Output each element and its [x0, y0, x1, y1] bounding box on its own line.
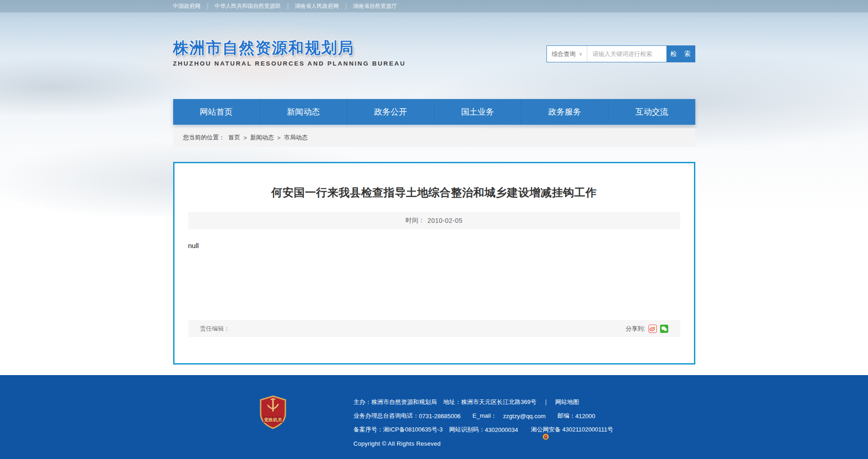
share-wechat-icon[interactable] [660, 325, 668, 333]
footer-line-icp: 备案序号： 湘ICP备08100635号-3 网站识别码： 4302000034… [354, 423, 613, 437]
breadcrumb-home[interactable]: 首页 [229, 133, 240, 142]
page: 中国政府网 中华人民共和国自然资源部 湖南省人民政府网 湖南省自然资源厅 株洲市… [0, 0, 868, 459]
nav-item-land-business[interactable]: 国土业务 [434, 99, 521, 125]
search-category-value: 综合查询 [552, 50, 576, 58]
zip-label: 邮编： [557, 412, 575, 420]
search-category-select[interactable]: 综合查询 ∨ [547, 46, 587, 62]
nav-item-news[interactable]: 新闻动态 [260, 99, 347, 125]
breadcrumb-separator: > [277, 134, 281, 141]
footer-line-contact: 业务办理总台咨询电话： 0731-28685006 E_mail： zzgtzy… [354, 409, 613, 423]
topbar: 中国政府网 中华人民共和国自然资源部 湖南省人民政府网 湖南省自然资源厅 [0, 0, 868, 12]
article-date: 2010-02-05 [427, 217, 463, 224]
breadcrumb-strip: 您当前的位置： 首页 > 新闻动态 > 市局动态 [173, 128, 695, 147]
topbar-link-china-gov[interactable]: 中国政府网 [173, 3, 207, 9]
share-row: 分享到: [626, 325, 668, 333]
nav-item-disclosure[interactable]: 政务公开 [347, 99, 434, 125]
search-input[interactable] [587, 46, 666, 62]
icp-label: 备案序号： [354, 426, 383, 434]
footer-line-host: 主办： 株洲市自然资源和规划局 地址： 株洲市天元区长江北路369号 ｜ 网站地… [354, 395, 613, 409]
article-editor-bar: 责任编辑： 分享到: [188, 320, 680, 337]
phone-value: 0731-28685006 [419, 413, 461, 420]
topbar-link-hunan-dnr[interactable]: 湖南省自然资源厅 [346, 3, 404, 9]
article-date-bar: 时间： 2010-02-05 [188, 212, 680, 229]
breadcrumb-news[interactable]: 新闻动态 [250, 133, 274, 142]
search-bar: 综合查询 ∨ 检 索 [546, 45, 695, 62]
footer: 党政机关 主办： 株洲市自然资源和规划局 地址： 株洲市天元区长江北路369号 … [0, 375, 868, 459]
email-label: E_mail： [473, 412, 497, 420]
breadcrumb-separator: > [244, 134, 247, 141]
badge-label: 党政机关 [264, 417, 282, 422]
address-label: 地址： [443, 398, 461, 406]
host-value: 株洲市自然资源和规划局 [371, 398, 437, 406]
breadcrumb: 您当前的位置： 首页 > 新闻动态 > 市局动态 [173, 128, 695, 147]
site-header: 株洲市自然资源和规划局 ZHUZHOU NATURAL RESOURCES AN… [173, 12, 695, 67]
share-label: 分享到: [626, 325, 645, 333]
site-title: 株洲市自然资源和规划局 [173, 38, 406, 57]
party-gov-badge[interactable]: 党政机关 [259, 395, 287, 429]
police-record-link[interactable]: 湘公网安备 43021102000111号 [531, 426, 613, 434]
phone-label: 业务办理总台咨询电话： [354, 412, 419, 420]
footer-divider: ｜ [543, 398, 549, 406]
article-date-label: 时间： [405, 216, 425, 225]
footer-copyright: Copyright © All Rights Reseved [354, 437, 613, 450]
sitemap-link[interactable]: 网站地图 [555, 398, 579, 406]
topbar-link-hunan-gov[interactable]: 湖南省人民政府网 [288, 3, 346, 9]
nav-item-home[interactable]: 网站首页 [173, 99, 260, 125]
chevron-down-icon: ∨ [579, 51, 582, 57]
article-title: 何安国一行来我县检查指导土地综合整治和城乡建设增减挂钩工作 [175, 185, 694, 200]
address-value: 株洲市天元区长江北路369号 [461, 398, 537, 406]
site-brand: 株洲市自然资源和规划局 ZHUZHOU NATURAL RESOURCES AN… [173, 38, 406, 67]
email-value: zzgtzy@qq.com [503, 413, 546, 420]
main-nav: 网站首页 新闻动态 政务公开 国土业务 政务服务 互动交流 [173, 99, 695, 125]
site-id-value: 4302000034 [485, 426, 518, 433]
site-id-label: 网站识别码： [449, 426, 485, 434]
editor-label: 责任编辑： [200, 325, 230, 333]
icp-link[interactable]: 湘ICP备08100635号-3 [383, 426, 443, 434]
topbar-link-mnr[interactable]: 中华人民共和国自然资源部 [207, 3, 288, 9]
share-weibo-icon[interactable] [649, 325, 657, 333]
host-label: 主办： [354, 398, 371, 406]
site-subtitle: ZHUZHOU NATURAL RESOURCES AND PLANNING B… [173, 60, 406, 67]
breadcrumb-bureau-news[interactable]: 市局动态 [284, 133, 308, 142]
footer-info: 主办： 株洲市自然资源和规划局 地址： 株洲市天元区长江北路369号 ｜ 网站地… [354, 395, 613, 450]
article-body: null [188, 241, 680, 250]
breadcrumb-label: 您当前的位置： [183, 133, 225, 142]
police-badge-icon [523, 426, 530, 433]
nav-item-interaction[interactable]: 互动交流 [608, 99, 695, 125]
nav-item-services[interactable]: 政务服务 [521, 99, 608, 125]
article-box: 何安国一行来我县检查指导土地综合整治和城乡建设增减挂钩工作 时间： 2010-0… [173, 162, 695, 365]
zip-value: 412000 [575, 413, 595, 420]
search-button[interactable]: 检 索 [666, 46, 695, 62]
